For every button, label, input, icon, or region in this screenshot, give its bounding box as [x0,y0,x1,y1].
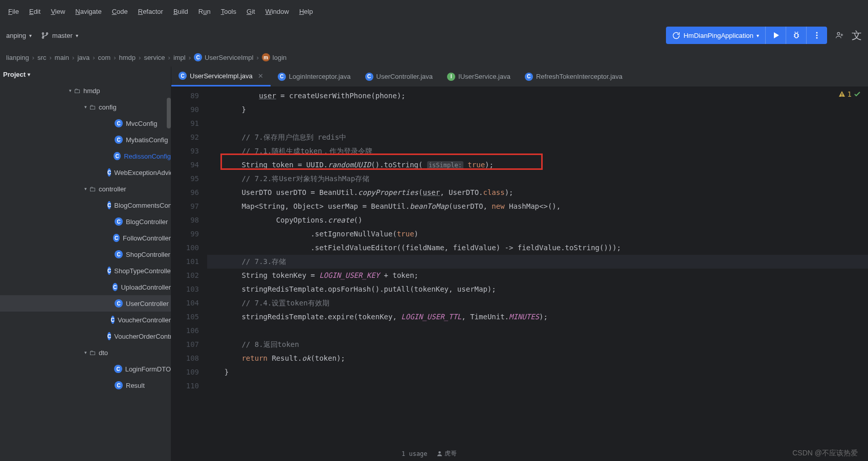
tree-item[interactable]: CMvcConfig [0,115,171,131]
tree-item-label: hmdp [83,87,100,95]
crumb[interactable]: hmdp [119,54,136,61]
tree-item[interactable]: CWebExceptionAdvice [0,164,171,181]
chevron-down-icon: ▾ [29,33,32,38]
code-editor[interactable]: 8990919293949596979899100101102103104105… [171,87,868,461]
close-icon[interactable]: ✕ [258,72,263,80]
tree-item[interactable]: ▾🗀dto [0,344,171,361]
class-icon: C [113,234,120,242]
warning-icon [838,91,845,98]
editor-tab[interactable]: CUserServiceImpl.java✕ [171,67,271,86]
crumb[interactable]: src [37,54,46,61]
tree-item-label: BlogCommentsController [114,202,171,209]
editor-tab[interactable]: CRefreshTokenInterceptor.java [518,67,630,86]
menu-code[interactable]: Code [107,5,133,18]
twisty-icon: ▾ [66,88,74,93]
menu-git[interactable]: Git [241,5,260,18]
more-run-button[interactable] [807,27,827,44]
debug-button[interactable] [786,27,807,44]
tree-item-label: MybatisConfig [126,136,168,144]
tree-item-label: controller [99,185,126,193]
git-branch-picker[interactable]: master ▾ [41,31,78,39]
tree-item-label: ShopTypeController [114,267,171,275]
editor-tab[interactable]: IIUserService.java [440,67,518,86]
project-picker[interactable]: anping ▾ [6,32,32,39]
folder-icon: 🗀 [89,103,96,111]
class-icon: C [278,73,286,81]
tree-item[interactable]: ▾🗀hmdp [0,82,171,99]
menu-edit[interactable]: Edit [24,5,46,18]
editor-tab[interactable]: CUserController.java [358,67,440,86]
tree-item[interactable]: CFollowController [0,230,171,246]
watermark: CSDN @不应该热爱 [792,449,858,458]
menu-view[interactable]: View [46,5,70,18]
project-pane-header[interactable]: Project ▾ [0,67,171,82]
translate-button[interactable]: 文 [852,29,862,42]
menu-build[interactable]: Build [168,5,193,18]
tree-item[interactable]: CLoginFormDTO [0,361,171,377]
author-hint[interactable]: 虎哥 [437,449,457,458]
menu-help[interactable]: Help [294,5,318,18]
menu-window[interactable]: Window [260,5,294,18]
crumb[interactable]: main [55,54,69,61]
tree-item-label: ShopController [126,251,170,258]
crumb[interactable]: CUserServiceImpl [194,53,253,61]
crumb[interactable]: com [98,54,111,61]
twisty-icon: ▾ [82,350,89,355]
tree-item[interactable]: CUserController [0,295,171,312]
crumb[interactable]: mlogin [262,53,286,61]
project-name: anping [6,32,26,39]
tree-item[interactable]: CVoucherController [0,312,171,328]
tree-item-label: RedissonConfig [124,152,171,160]
tree-item[interactable]: CBlogController [0,213,171,230]
rerun-icon [672,31,680,39]
tree-item[interactable]: CResult [0,377,171,393]
folder-icon: 🗀 [89,349,96,357]
class-icon: C [107,168,111,177]
crumb[interactable]: lianping [6,54,29,61]
inspection-indicator[interactable]: 1 [838,90,861,98]
crumb[interactable]: java [77,54,90,61]
menu-navigate[interactable]: Navigate [70,5,106,18]
class-icon: C [115,299,123,308]
tree-item-label: MvcConfig [126,120,157,127]
class-icon: C [114,152,121,160]
menu-file[interactable]: File [3,5,24,18]
twisty-icon: ▾ [82,186,89,191]
tree-item[interactable]: CVoucherOrderController [0,328,171,344]
tab-label: LoginInterceptor.java [289,73,351,80]
menu-bar: File Edit View Navigate Code Refactor Bu… [0,0,868,23]
tree-item[interactable]: CRedissonConfig [0,148,171,164]
folder-icon: 🗀 [89,185,96,193]
code-content[interactable]: user = createUserWithPhone(phone); } // … [207,87,868,461]
editor-tabs: CUserServiceImpl.java✕CLoginInterceptor.… [171,67,868,87]
crumb[interactable]: service [144,54,165,61]
twisty-icon: ▾ [82,104,89,109]
class-icon: C [113,283,118,291]
code-with-me-button[interactable] [835,31,843,39]
tree-item[interactable]: CBlogCommentsController [0,197,171,213]
tree-item-label: LoginFormDTO [125,365,171,373]
project-tree[interactable]: ▾🗀hmdp▾🗀configCMvcConfigCMybatisConfigCR… [0,82,171,461]
menu-run[interactable]: Run [193,5,216,18]
crumb[interactable]: impl [173,54,186,61]
tree-item[interactable]: ▾🗀config [0,99,171,115]
tree-item[interactable]: CShopTypeController [0,262,171,279]
class-icon: C [107,332,111,340]
run-config-label: HmDianPingApplication [683,32,753,39]
tree-item[interactable]: CMybatisConfig [0,131,171,148]
usages-hint[interactable]: 1 usage [402,449,428,458]
menu-refactor[interactable]: Refactor [133,5,168,18]
scrollbar-thumb[interactable] [167,98,171,128]
tree-item[interactable]: CUploadController [0,279,171,295]
run-config-selector[interactable]: HmDianPingApplication ▾ [666,27,766,44]
tree-item[interactable]: ▾🗀controller [0,181,171,197]
tree-item-label: config [99,103,117,111]
tree-item-label: Result [126,382,145,389]
editor-tab[interactable]: CLoginInterceptor.java [271,67,358,86]
tree-item-label: VoucherController [118,316,171,324]
class-icon: C [179,72,187,80]
menu-tools[interactable]: Tools [216,5,241,18]
tree-item[interactable]: CShopController [0,246,171,262]
run-button[interactable] [766,27,786,44]
tab-label: RefreshTokenInterceptor.java [536,73,622,80]
